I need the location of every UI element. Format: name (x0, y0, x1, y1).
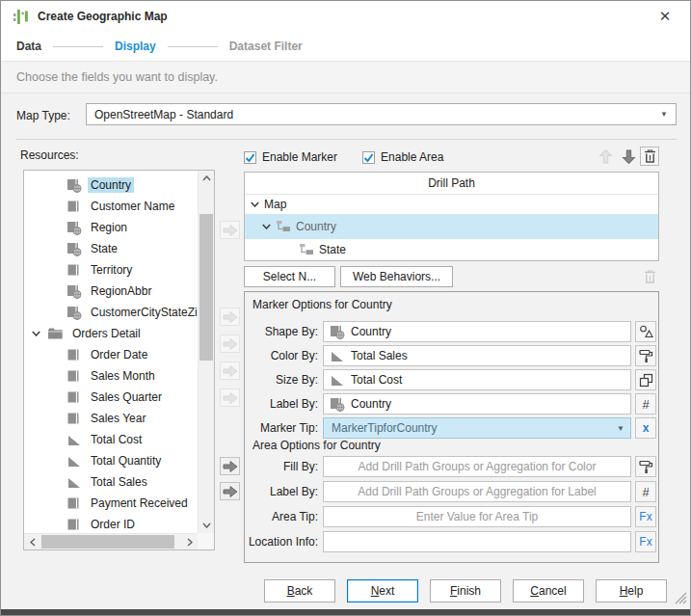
tree-hscroll-thumb[interactable] (41, 535, 174, 549)
tree-item[interactable]: Customer Name (24, 196, 198, 217)
tree-item[interactable]: Total Quantity (24, 450, 198, 471)
scrollbar-corner (198, 533, 214, 549)
tree-item[interactable]: Sales Year (24, 408, 198, 429)
dim-field-icon (66, 496, 82, 511)
map-type-label: Map Type: (16, 109, 70, 122)
option-value-field[interactable]: Total Cost (323, 369, 631, 390)
dim-field-icon (66, 518, 82, 532)
enable-marker-checkbox[interactable]: Enable Marker (244, 150, 337, 164)
map-type-select[interactable]: OpenStreetMap - Standard ▼ (86, 103, 677, 125)
step-dataset-filter[interactable]: Dataset Filter (229, 40, 303, 53)
step-connector (53, 46, 103, 47)
scroll-up-icon[interactable] (199, 171, 215, 186)
resources-label: Resources: (20, 148, 79, 162)
tree-item-label: CustomerCityStateZip (88, 305, 198, 320)
geo-field-icon (330, 397, 345, 412)
drill-path-row[interactable]: State (245, 239, 658, 260)
step-data[interactable]: Data (16, 40, 41, 53)
tree-item-label: Total Cost (88, 432, 145, 447)
drill-path-row[interactable]: Map (245, 195, 658, 214)
overlap-squares-button[interactable] (635, 369, 656, 390)
tree-item[interactable]: Payment Received (24, 493, 198, 514)
trash-icon[interactable] (640, 147, 659, 166)
scroll-right-icon[interactable] (181, 534, 198, 549)
hash-button[interactable]: # (635, 393, 656, 415)
tree-item-label: Total Quantity (88, 453, 164, 469)
back-button[interactable]: Back (264, 579, 335, 603)
map-type-value: OpenStreetMap - Standard (94, 108, 660, 121)
tree-item-label: Sales Month (88, 368, 158, 384)
option-input-field[interactable]: Add Drill Path Groups or Aggregation for… (323, 481, 631, 502)
hash-button[interactable]: # (635, 481, 656, 502)
finish-button[interactable]: Finish (430, 579, 501, 603)
step-display[interactable]: Display (115, 40, 156, 53)
hash-icon: # (642, 485, 649, 499)
add-to-map-arrow-button-disabled (220, 335, 240, 353)
tree-item[interactable]: Sales Month (24, 365, 198, 387)
resize-grip-icon[interactable] (674, 591, 687, 607)
clear-x-button[interactable]: x (635, 417, 656, 439)
tree-item[interactable]: Total Sales (24, 471, 198, 493)
drill-path-row[interactable]: Country (245, 214, 658, 239)
tree-vscroll-thumb[interactable] (199, 214, 213, 361)
tree-item-label: Total Sales (88, 474, 150, 490)
hierarchy-icon (276, 221, 291, 232)
dialog-title: Create Geographic Map (38, 10, 168, 23)
help-button[interactable]: Help (596, 579, 667, 603)
option-value-field[interactable]: Country (323, 393, 631, 415)
page-subtitle: Choose the fields you want to display. (1, 61, 690, 94)
add-to-map-arrow-button[interactable] (220, 457, 240, 475)
scroll-left-icon[interactable] (24, 534, 40, 549)
select-n-button[interactable]: Select N... (244, 266, 335, 287)
tree-item-label: Region (88, 220, 130, 235)
measure-field-icon (66, 433, 82, 447)
paint-roller-icon (639, 349, 653, 363)
move-up-icon (596, 147, 615, 166)
bottom-edge-bar (1, 609, 690, 615)
options-panel: Marker Options for Country Shape By:Coun… (244, 291, 659, 563)
add-to-map-arrow-button[interactable] (220, 482, 240, 500)
tree-item[interactable]: RegionAbbr (24, 281, 198, 302)
next-button[interactable]: Next (347, 579, 418, 603)
tree-item[interactable]: Region (24, 217, 198, 238)
tree-item[interactable]: State (24, 238, 198, 259)
paint-roller-button[interactable] (635, 345, 656, 366)
title-bar: Create Geographic Map ✕ (1, 1, 690, 33)
tree-vertical-scrollbar[interactable] (198, 171, 214, 533)
option-value: Country (351, 325, 391, 338)
footer-buttons: BackNextFinishCancelHelp (264, 579, 667, 603)
tree-item-label: Payment Received (88, 495, 191, 511)
marker-tip-dropdown[interactable]: MarkerTipforCountry▼ (323, 417, 631, 439)
dim-field-icon (66, 390, 82, 405)
move-down-icon[interactable] (619, 147, 638, 166)
cancel-button[interactable]: Cancel (513, 579, 584, 603)
fx-button[interactable]: Fx (635, 531, 656, 552)
tree-horizontal-scrollbar[interactable] (24, 533, 198, 549)
tree-item[interactable]: CustomerCityStateZip (24, 302, 198, 323)
tree-item[interactable]: Orders Detail (24, 323, 198, 344)
input-placeholder: Add Drill Path Groups or Aggregation for… (359, 460, 597, 473)
paint-roller-button[interactable] (635, 456, 656, 477)
tree-item[interactable]: Sales Quarter (24, 387, 198, 408)
option-value-field[interactable]: Total Sales (323, 345, 631, 366)
option-label: Area Tip: (245, 510, 318, 523)
arrow-right-icon (223, 391, 238, 405)
close-icon[interactable]: ✕ (651, 8, 678, 25)
scroll-down-icon[interactable] (199, 518, 215, 533)
option-input-field[interactable]: Add Drill Path Groups or Aggregation for… (323, 456, 631, 477)
web-behaviors-button[interactable]: Web Behaviors... (340, 266, 453, 287)
drill-path-rows: MapCountryState (245, 195, 658, 260)
option-input-field[interactable]: Enter Value for Area Tip (323, 506, 631, 527)
tree-item[interactable]: Territory (24, 259, 198, 281)
app-chart-icon (13, 9, 29, 25)
enable-area-checkbox[interactable]: Enable Area (362, 150, 443, 164)
area-option-row: Label By:Add Drill Path Groups or Aggreg… (245, 481, 658, 502)
tree-item[interactable]: Order ID (24, 514, 198, 533)
tree-item[interactable]: Total Cost (24, 429, 198, 450)
option-input-field[interactable] (323, 531, 631, 552)
shape-button[interactable] (635, 321, 656, 342)
tree-item[interactable]: Order Date (24, 344, 198, 365)
tree-item[interactable]: Country (24, 174, 198, 196)
fx-button[interactable]: Fx (635, 506, 656, 527)
option-value-field[interactable]: Country (323, 321, 631, 342)
